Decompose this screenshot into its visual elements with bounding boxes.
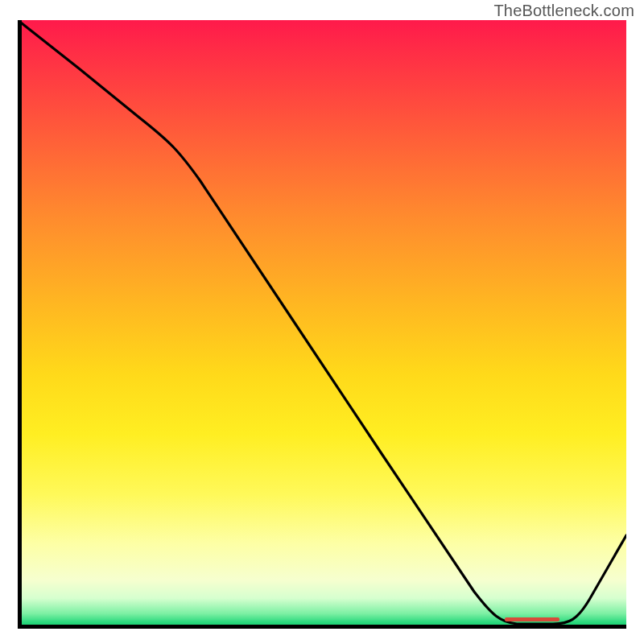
chart-container: TheBottleneck.com: [0, 0, 644, 644]
optimal-range-marker: [505, 617, 559, 621]
plot-area: [18, 20, 626, 629]
curve-svg: [18, 20, 626, 629]
bottleneck-curve-path: [18, 20, 626, 624]
attribution-text: TheBottleneck.com: [493, 2, 634, 20]
